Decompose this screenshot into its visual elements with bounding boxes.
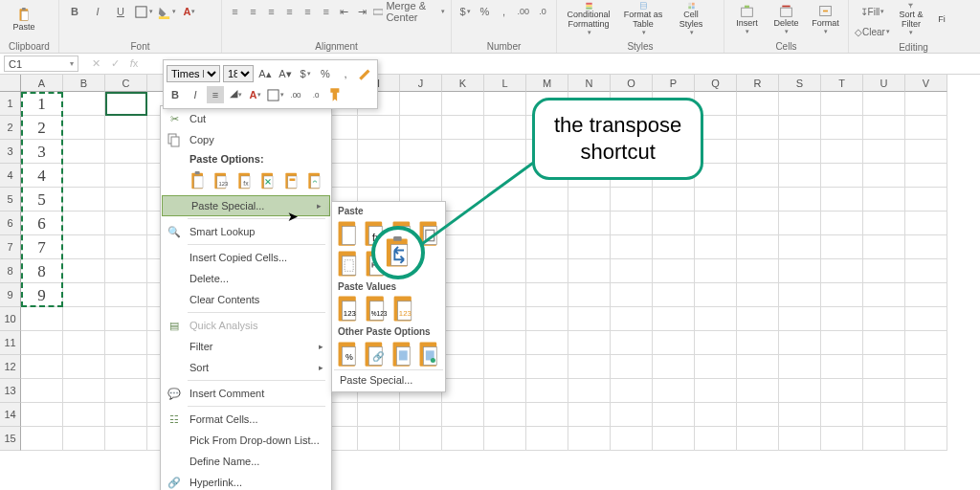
cell[interactable]: [863, 307, 905, 331]
cell[interactable]: [611, 283, 653, 307]
cell[interactable]: [737, 235, 779, 259]
cell[interactable]: [653, 188, 695, 212]
cell[interactable]: [821, 259, 863, 283]
percent-mini-icon[interactable]: %: [317, 65, 334, 82]
menu-define-name[interactable]: Define Name...: [161, 451, 331, 472]
inc-decimal-button[interactable]: .00: [516, 2, 531, 21]
cell[interactable]: [21, 355, 63, 379]
col-header[interactable]: C: [105, 75, 147, 92]
cell[interactable]: [863, 188, 905, 212]
sub-paste-special-link[interactable]: Paste Special...: [334, 369, 443, 390]
cell[interactable]: [737, 140, 779, 164]
clear-button[interactable]: ◇ Clear: [855, 22, 890, 41]
italic-mini-icon[interactable]: I: [187, 86, 204, 103]
row-header[interactable]: 14: [0, 403, 21, 427]
cell[interactable]: 7: [21, 235, 63, 259]
indent-dec-button[interactable]: ⇤: [337, 2, 351, 21]
cell[interactable]: [63, 427, 105, 451]
align-bot-button[interactable]: ≡: [264, 2, 278, 21]
cell[interactable]: [21, 307, 63, 331]
cell[interactable]: [568, 188, 611, 212]
row-header[interactable]: 1: [0, 92, 21, 116]
cell[interactable]: [568, 403, 611, 427]
cell[interactable]: [779, 283, 821, 307]
cell[interactable]: [611, 379, 653, 403]
paste-all-icon[interactable]: [188, 169, 209, 192]
cell[interactable]: [821, 283, 863, 307]
cell[interactable]: [821, 212, 863, 235]
cell[interactable]: [526, 403, 568, 427]
cell[interactable]: [863, 427, 905, 451]
bold-button[interactable]: B: [65, 2, 84, 21]
cell[interactable]: [526, 283, 568, 307]
select-all-corner[interactable]: [0, 75, 21, 92]
cell[interactable]: [442, 331, 484, 355]
merge-center-button[interactable]: Merge & Center: [373, 2, 445, 21]
paintbrush-icon[interactable]: [357, 65, 374, 82]
paste-transpose-icon[interactable]: [258, 169, 279, 192]
cell[interactable]: [779, 259, 821, 283]
cell[interactable]: [400, 427, 442, 451]
cell[interactable]: [779, 164, 821, 188]
cell[interactable]: [863, 259, 905, 283]
column-headers[interactable]: ABCDEFGHIJKLMNOPQRSTUV: [21, 75, 947, 92]
cell[interactable]: [905, 116, 947, 140]
cell-styles-button[interactable]: CellStyles: [672, 2, 710, 36]
row-header[interactable]: 9: [0, 283, 21, 307]
cell[interactable]: [63, 403, 105, 427]
cell[interactable]: [905, 164, 947, 188]
cell[interactable]: [653, 259, 695, 283]
delete-button[interactable]: Delete: [769, 2, 803, 36]
worksheet-grid[interactable]: ABCDEFGHIJKLMNOPQRSTUV 12345678910111213…: [0, 75, 980, 490]
cell[interactable]: [21, 379, 63, 403]
name-box[interactable]: C1▾: [4, 56, 78, 72]
cell[interactable]: [821, 92, 863, 116]
cell[interactable]: [779, 403, 821, 427]
menu-format-cells[interactable]: ☷Format Cells...: [161, 409, 331, 430]
cell[interactable]: [863, 379, 905, 403]
col-header[interactable]: N: [568, 75, 611, 92]
border-mini-icon[interactable]: [267, 86, 284, 103]
cell[interactable]: [63, 355, 105, 379]
paste-formatting-icon[interactable]: [281, 169, 302, 192]
cell[interactable]: [526, 307, 568, 331]
font-color-button[interactable]: A: [180, 2, 199, 21]
cell[interactable]: [653, 283, 695, 307]
cell[interactable]: [400, 403, 442, 427]
cell[interactable]: [105, 379, 147, 403]
cell[interactable]: [21, 427, 63, 451]
dec-dec-mini-icon[interactable]: .0: [307, 86, 324, 103]
row-header[interactable]: 13: [0, 379, 21, 403]
cell[interactable]: 4: [21, 164, 63, 188]
font-name-select[interactable]: Times N: [167, 65, 220, 82]
cell[interactable]: [695, 403, 737, 427]
cell[interactable]: [863, 92, 905, 116]
currency-mini-icon[interactable]: $: [297, 65, 314, 82]
sub-values-srcfmt-icon[interactable]: 123: [391, 296, 416, 323]
sub-formatting-icon[interactable]: %: [336, 341, 360, 368]
paste-values-icon[interactable]: 123: [212, 169, 233, 192]
cell[interactable]: [779, 140, 821, 164]
cell[interactable]: [695, 355, 737, 379]
cell[interactable]: [905, 259, 947, 283]
fill-color-button[interactable]: [157, 2, 176, 21]
col-header[interactable]: T: [821, 75, 863, 92]
comma-mini-icon[interactable]: ,: [337, 65, 354, 82]
cell[interactable]: [105, 355, 147, 379]
cell[interactable]: [442, 283, 484, 307]
cell[interactable]: [611, 403, 653, 427]
align-mid-button[interactable]: ≡: [246, 2, 260, 21]
cell[interactable]: [863, 403, 905, 427]
cell[interactable]: [63, 235, 105, 259]
cell[interactable]: [358, 140, 400, 164]
cell[interactable]: [737, 212, 779, 235]
cell[interactable]: [105, 283, 147, 307]
cell[interactable]: [568, 259, 611, 283]
cell[interactable]: [905, 379, 947, 403]
enter-icon[interactable]: ✓: [107, 57, 122, 70]
cell[interactable]: [863, 331, 905, 355]
cell[interactable]: [779, 92, 821, 116]
cell[interactable]: [442, 355, 484, 379]
menu-smart-lookup[interactable]: 🔍Smart Lookup: [161, 221, 331, 242]
cell[interactable]: 5: [21, 188, 63, 212]
